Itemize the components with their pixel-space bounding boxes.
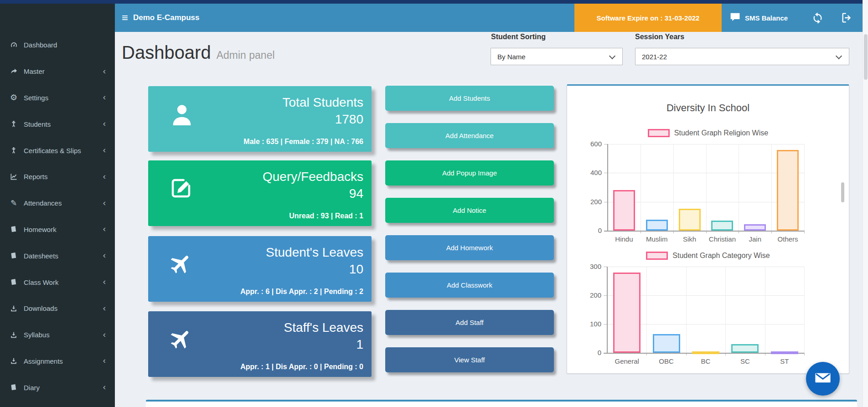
chevron-left-icon: ‹ — [103, 93, 106, 101]
add-homework-button[interactable]: Add Homework — [385, 235, 554, 260]
bar-bc[interactable] — [692, 351, 719, 354]
card-stats: Appr. : 6 | Dis Appr. : 2 | Pending : 2 — [240, 288, 363, 296]
add-popup-image-button[interactable]: Add Popup Image — [385, 160, 554, 185]
chevron-left-icon: ‹ — [103, 356, 106, 365]
gridline — [641, 144, 641, 231]
x-axis-label: Others — [767, 235, 808, 243]
sidebar-item-label: Master — [24, 67, 45, 75]
y-axis-label: 200 — [578, 198, 602, 206]
legend-swatch-icon — [646, 252, 668, 260]
chevron-left-icon: ‹ — [103, 224, 106, 233]
chevron-down-icon — [609, 53, 615, 59]
panel-scrollbar-thumb[interactable] — [841, 182, 844, 202]
book-icon — [9, 226, 19, 233]
sidebar-item-attendances[interactable]: ✎Attendances‹ — [0, 190, 115, 216]
gridline — [771, 144, 772, 231]
sidebar-menu: DashboardMaster‹⚙Settings‹Students‹Certi… — [0, 32, 115, 401]
pencil-icon: ✎ — [9, 199, 19, 207]
sidebar-item-diary[interactable]: Diary‹ — [0, 374, 115, 401]
add-notice-button[interactable]: Add Notice — [385, 198, 554, 223]
download-icon — [9, 305, 19, 312]
gridline — [646, 267, 647, 353]
page-scrollbar-thumb[interactable] — [864, 34, 868, 80]
sms-balance-button[interactable]: SMS Balance — [729, 4, 788, 32]
sms-balance-label: SMS Balance — [745, 14, 788, 22]
sidebar-item-syllabus[interactable]: Syllabus‹ — [0, 322, 115, 348]
bar-others[interactable] — [777, 150, 799, 231]
line-chart-icon — [9, 173, 19, 180]
chevron-left-icon: ‹ — [103, 251, 106, 259]
expire-badge: Software Expire on : 31-03-2022 — [574, 4, 722, 32]
bar-christian[interactable] — [711, 221, 733, 231]
page-scrollbar[interactable] — [863, 0, 868, 407]
stat-card-student-s-leaves[interactable]: Student's Leaves10Appr. : 6 | Dis Appr. … — [148, 236, 372, 302]
chart-legend[interactable]: Student Graph Category Wise — [567, 251, 849, 260]
bar-muslim[interactable] — [646, 220, 668, 231]
book-icon — [9, 252, 19, 259]
add-students-button[interactable]: Add Students — [385, 86, 554, 111]
add-attendance-button[interactable]: Add Attendance — [385, 123, 554, 148]
view-staff-button[interactable]: View Staff — [385, 347, 554, 372]
bar-general[interactable] — [613, 273, 641, 353]
chevron-left-icon: ‹ — [103, 145, 106, 154]
bar-sc[interactable] — [731, 344, 759, 353]
page-heading: Dashboard Admin panel — [122, 42, 275, 63]
email-icon — [814, 369, 832, 388]
chevron-left-icon: ‹ — [103, 277, 106, 286]
logout-icon[interactable] — [841, 4, 853, 32]
y-axis-label: 200 — [578, 291, 601, 299]
gridline — [706, 144, 707, 231]
bottom-panel — [146, 400, 857, 407]
y-axis — [607, 144, 608, 232]
stat-card-staff-s-leaves[interactable]: Staff's Leaves1Appr. : 1 | Dis Appr. : 0… — [148, 311, 372, 377]
gridline — [686, 267, 687, 353]
user-icon — [169, 102, 195, 130]
student-sorting-label: Student Sorting — [491, 33, 546, 41]
chart-legend[interactable]: Student Graph Religion Wise — [567, 129, 849, 138]
gridline — [804, 144, 805, 231]
add-staff-button[interactable]: Add Staff — [385, 310, 554, 335]
sidebar-item-reports[interactable]: Reports‹ — [0, 164, 115, 190]
student-sorting-select[interactable]: By Name — [491, 48, 623, 65]
sidebar-item-homework[interactable]: Homework‹ — [0, 216, 115, 243]
sidebar-item-settings[interactable]: ⚙Settings‹ — [0, 85, 115, 111]
gridline — [725, 267, 726, 353]
hamburger-menu-icon[interactable]: ≡ — [122, 11, 128, 24]
bar-obc[interactable] — [653, 334, 680, 353]
session-years-select[interactable]: 2021-22 — [635, 48, 849, 65]
bar-sikh[interactable] — [679, 209, 701, 231]
sidebar-item-class-work[interactable]: Class Work‹ — [0, 269, 115, 295]
sidebar-item-certificates-slips[interactable]: Certificates & Slips‹ — [0, 137, 115, 164]
bar-st[interactable] — [771, 351, 798, 354]
download-icon — [9, 357, 19, 365]
chart-title: Diversity In School — [567, 102, 849, 114]
gridline — [765, 267, 765, 353]
chevron-down-icon — [836, 53, 842, 59]
sidebar-item-master[interactable]: Master‹ — [0, 58, 115, 85]
stat-card-total-students[interactable]: Total Students1780Male : 635 | Female : … — [148, 86, 372, 152]
child-icon — [9, 147, 19, 154]
add-classwork-button[interactable]: Add Classwork — [385, 273, 554, 298]
card-title: Query/Feedbacks — [263, 170, 363, 184]
sidebar-item-assignments[interactable]: Assignments‹ — [0, 348, 115, 375]
sidebar-item-label: Attendances — [24, 199, 62, 207]
sidebar-item-students[interactable]: Students‹ — [0, 111, 115, 137]
chevron-left-icon: ‹ — [103, 172, 106, 180]
stat-card-query-feedbacks[interactable]: Query/Feedbacks94Unread : 93 | Read : 1 — [148, 160, 372, 226]
sidebar-item-downloads[interactable]: Downloads‹ — [0, 295, 115, 322]
sidebar-item-datesheets[interactable]: Datesheets‹ — [0, 242, 115, 269]
refresh-icon[interactable] — [811, 4, 824, 32]
x-tick — [804, 231, 805, 233]
bar-jain[interactable] — [744, 224, 766, 231]
x-axis — [604, 231, 804, 232]
screen: DashboardMaster‹⚙Settings‹Students‹Certi… — [0, 0, 868, 407]
sidebar-item-label: Diary — [24, 384, 40, 392]
sidebar-item-dashboard[interactable]: Dashboard — [0, 32, 115, 58]
dashboard-icon — [9, 41, 19, 49]
email-fab-button[interactable] — [806, 362, 840, 396]
y-axis-label: 0 — [578, 349, 601, 356]
child-icon — [9, 120, 19, 128]
bar-hindu[interactable] — [613, 190, 635, 231]
x-axis-label: SC — [724, 357, 765, 365]
sidebar-item-label: Dashboard — [24, 41, 57, 49]
